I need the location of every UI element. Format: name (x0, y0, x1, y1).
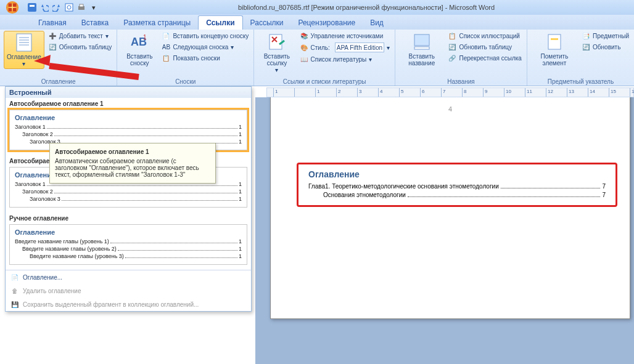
endnote-icon: 📄 (162, 31, 170, 40)
insert-endnote[interactable]: 📄Вставить концевую сноску (160, 31, 250, 41)
svg-rect-1 (28, 3, 36, 12)
gallery-tooltip: Автособираемое оглавление 1 Автоматическ… (49, 143, 216, 184)
insert-index[interactable]: 📑Предметный (580, 31, 630, 41)
gallery-custom-toc[interactable]: 📄Оглавление... (6, 270, 251, 284)
group-index: Пометить элемент 📑Предметный 🔄Обновить П… (527, 30, 634, 86)
refresh-icon: 🔄 (582, 42, 590, 51)
tab-review[interactable]: Рецензирование (290, 16, 363, 30)
gallery-header-builtin: Встроенный (6, 87, 251, 98)
horizontal-ruler[interactable]: 112345678910111213141516 (266, 87, 634, 97)
tab-pagelayout[interactable]: Разметка страницы (116, 16, 198, 30)
figlist-icon: 📋 (448, 31, 456, 40)
table-of-figures[interactable]: 📋Список иллюстраций (447, 31, 522, 41)
show-icon: 📋 (162, 54, 170, 62)
ribbon: Оглавление▾ ➕Добавить текст ▾ 🔄Обновить … (0, 30, 634, 86)
style-dropdown[interactable]: APA Fifth Edition (335, 42, 384, 52)
qat-preview-icon[interactable] (64, 2, 74, 12)
qat-undo-icon[interactable] (39, 2, 49, 12)
ribbon-tabs: Главная Вставка Разметка страницы Ссылки… (0, 15, 634, 30)
next-footnote[interactable]: ABСледующая сноска ▾ (160, 42, 250, 52)
tab-references[interactable]: Ссылки (198, 15, 242, 30)
qat-save-icon[interactable] (27, 2, 37, 12)
group-toc: Оглавление▾ ➕Добавить текст ▾ 🔄Обновить … (0, 30, 117, 86)
toc-add-text[interactable]: ➕Добавить текст ▾ (47, 31, 113, 41)
gallery-save-toc: 💾Сохранить выделенный фрагмент в коллекц… (6, 297, 251, 311)
qat-redo-icon[interactable] (52, 2, 62, 12)
cross-reference[interactable]: 🔗Перекрестная ссылка (447, 53, 522, 63)
titlebar: ▾ bibliofond.ru_807685.rtf [Режим ограни… (0, 0, 634, 15)
mark-entry-button[interactable]: Пометить элемент (531, 31, 578, 68)
tab-view[interactable]: Вид (363, 16, 391, 30)
svg-rect-18 (551, 38, 558, 40)
manage-icon: 📚 (300, 31, 308, 40)
bibliography[interactable]: 📖Список литературы ▾ (298, 54, 392, 64)
qat-customize-icon[interactable]: ▾ (89, 2, 99, 12)
toc-button[interactable]: Оглавление▾ (4, 31, 44, 69)
svg-point-0 (6, 1, 19, 14)
group-footnotes: AB1 Вставить сноску 📄Вставить концевую с… (117, 30, 254, 86)
office-button[interactable] (0, 0, 25, 15)
svg-rect-15 (414, 34, 429, 46)
gallery-remove-toc: 🗑Удалить оглавление (6, 284, 251, 297)
refresh-icon: 🔄 (448, 42, 456, 51)
tab-home[interactable]: Главная (31, 16, 74, 30)
page-number: 4 (448, 105, 452, 113)
window-title: bibliofond.ru_807685.rtf [Режим ограниче… (99, 4, 634, 11)
gallery-item-manual[interactable]: Ручное оглавление Оглавление Введите наз… (6, 212, 251, 270)
crossref-icon: 🔗 (448, 54, 456, 62)
citation-style[interactable]: 🎨Стиль:APA Fifth Edition ▾ (298, 42, 392, 53)
refresh-icon: 🔄 (48, 42, 57, 51)
qat-print-icon[interactable] (76, 2, 86, 12)
remove-icon: 🗑 (10, 286, 19, 295)
caption-update[interactable]: 🔄Обновить таблицу (447, 42, 522, 52)
insert-caption-button[interactable]: Вставить название (399, 31, 444, 68)
group-citations: Вставить ссылку▾ 📚Управление источниками… (254, 30, 395, 86)
svg-rect-3 (65, 4, 73, 11)
index-update[interactable]: 🔄Обновить (580, 42, 630, 52)
svg-rect-14 (270, 34, 282, 49)
manage-sources[interactable]: 📚Управление источниками (298, 31, 392, 41)
save-icon: 💾 (10, 300, 19, 309)
tab-mailings[interactable]: Рассылки (243, 16, 291, 30)
insert-footnote-button[interactable]: AB1 Вставить сноску (121, 31, 158, 68)
toc-update[interactable]: 🔄Обновить таблицу (47, 42, 113, 52)
document-page: 4 Оглавление Глава1. Теоретико-методолог… (270, 97, 630, 319)
svg-rect-16 (414, 47, 429, 49)
document-area[interactable]: 4 Оглавление Глава1. Теоретико-методолог… (255, 97, 634, 364)
insert-citation-button[interactable]: Вставить ссылку▾ (258, 31, 295, 75)
plus-icon: ➕ (48, 31, 57, 40)
show-footnotes[interactable]: 📋Показать сноски (160, 53, 250, 63)
index-icon: 📑 (582, 31, 590, 40)
svg-rect-17 (548, 34, 561, 49)
toc-gallery: Встроенный Автособираемое оглавление 1 О… (5, 86, 252, 312)
svg-rect-6 (80, 4, 83, 7)
style-icon: 🎨 (300, 43, 308, 52)
svg-rect-2 (30, 5, 35, 7)
group-captions: Вставить название 📋Список иллюстраций 🔄О… (395, 30, 527, 86)
svg-text:1: 1 (143, 34, 147, 41)
next-icon: AB (162, 42, 170, 51)
document-toc-highlight: Оглавление Глава1. Теоретико-методологич… (297, 163, 617, 207)
toc-icon: 📄 (10, 273, 19, 281)
tab-insert[interactable]: Вставка (74, 16, 117, 30)
biblio-icon: 📖 (300, 55, 308, 63)
